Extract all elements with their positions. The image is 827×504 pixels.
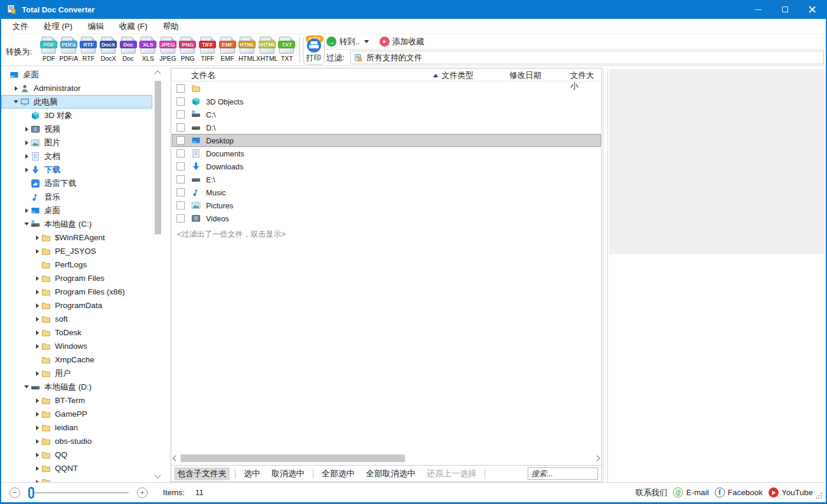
checkbox[interactable]	[176, 136, 185, 145]
format-button-xhtml[interactable]: XHTMLXHTML	[257, 37, 277, 62]
filtered-files-note[interactable]: <过滤出了一些文件，双击显示>	[177, 229, 601, 240]
goto-button[interactable]: 转到..	[326, 37, 369, 47]
sidebar-item-item[interactable]: 音乐	[1, 190, 152, 204]
sidebar-item-todesk[interactable]: ToDesk	[1, 326, 152, 339]
format-button-docx[interactable]: DocXDocX	[99, 37, 119, 62]
sidebar-item-item[interactable]: 桌面	[1, 204, 152, 217]
zoom-in-button[interactable]: +	[137, 487, 148, 498]
include-subfolders-button[interactable]: 包含子文件夹	[174, 467, 230, 480]
sidebar-item-perflogs[interactable]: PerfLogs	[1, 258, 152, 271]
sidebar-item-item[interactable]: 文档	[1, 149, 152, 163]
checkbox[interactable]	[176, 214, 185, 222]
format-button-rtf[interactable]: RTFRTF	[79, 37, 99, 62]
resize-grip[interactable]	[816, 493, 823, 500]
sidebar-item-soft[interactable]: soft	[1, 312, 152, 326]
file-row-downloads[interactable]: Downloads	[172, 160, 601, 173]
horizontal-scrollbar[interactable]	[172, 454, 600, 463]
checkbox[interactable]	[176, 162, 185, 171]
checkbox[interactable]	[176, 123, 185, 132]
tree-expand-arrow-icon[interactable]	[33, 290, 41, 294]
format-button-png[interactable]: PNGPNG	[178, 37, 198, 62]
file-row-e[interactable]: E:\	[172, 173, 601, 186]
sidebar-item-d[interactable]: 本地磁盘 (D:)	[1, 380, 152, 394]
tree-expand-arrow-icon[interactable]	[22, 168, 31, 172]
file-row-music[interactable]: Music	[172, 186, 601, 199]
column-header-filetype[interactable]: 文件类型	[442, 70, 473, 81]
sidebar-item-item[interactable]: 图片	[1, 136, 152, 149]
sidebar-item-pe-jsyos[interactable]: PE_JSYOS	[1, 244, 152, 258]
file-row-videos[interactable]: Videos	[172, 212, 601, 225]
file-row-documents[interactable]: Documents	[172, 147, 601, 160]
format-button-html[interactable]: HTMLHTML	[237, 37, 257, 62]
tree-expand-arrow-icon[interactable]	[33, 330, 41, 335]
file-row-c[interactable]: C:\	[172, 108, 601, 121]
menu-favorites[interactable]: 收藏 (F)	[112, 19, 155, 34]
zoom-slider-track[interactable]	[34, 492, 129, 493]
youtube-link[interactable]: YouTube	[769, 487, 813, 498]
tree-collapse-arrow-icon[interactable]	[12, 100, 20, 103]
restore-selection-button[interactable]: 还原上一选择	[424, 467, 479, 480]
tree-expand-arrow-icon[interactable]	[22, 154, 31, 159]
tree-expand-arrow-icon[interactable]	[33, 426, 41, 430]
tree-expand-arrow-icon[interactable]	[22, 127, 31, 132]
format-button-pdf-a[interactable]: PDFaPDF/A	[59, 37, 79, 62]
close-button[interactable]	[799, 0, 826, 19]
tree-collapse-arrow-icon[interactable]	[22, 385, 31, 388]
zoom-slider-thumb[interactable]	[28, 487, 34, 499]
sidebar-item-winreagent[interactable]: $WinREAgent	[1, 231, 152, 244]
check-all-button[interactable]: 全部选中	[319, 467, 358, 480]
tree-expand-arrow-icon[interactable]	[33, 235, 41, 240]
tree-expand-arrow-icon[interactable]	[33, 344, 41, 349]
format-button-xls[interactable]: XLSXLS	[138, 37, 158, 62]
sidebar-item-qq[interactable]: QQ	[1, 448, 152, 462]
sidebar-item-item[interactable]: 桌面	[1, 68, 152, 81]
print-button[interactable]: PRO 打印	[303, 36, 325, 65]
horizontal-scrollbar-thumb[interactable]	[181, 454, 405, 462]
tree-scrollbar-thumb[interactable]	[155, 81, 161, 234]
checkbox[interactable]	[176, 188, 185, 197]
file-row-pictures[interactable]: Pictures	[172, 199, 601, 212]
tree-scrollbar[interactable]	[153, 68, 162, 482]
menu-file[interactable]: 文件	[5, 19, 36, 34]
tree-expand-arrow-icon[interactable]	[33, 412, 41, 417]
scroll-up-icon[interactable]	[154, 70, 161, 77]
menu-process[interactable]: 处理 (P)	[36, 19, 80, 34]
menu-edit[interactable]: 编辑	[80, 19, 112, 34]
minimize-button[interactable]	[744, 0, 772, 19]
format-button-txt[interactable]: TXTTXT	[277, 37, 297, 62]
format-button-emf[interactable]: EMFEMF	[217, 37, 237, 62]
tree-expand-arrow-icon[interactable]	[33, 453, 41, 457]
column-header-filename[interactable]: 文件名	[191, 70, 215, 81]
checkbox[interactable]	[176, 149, 185, 158]
tree-expand-arrow-icon[interactable]	[33, 466, 41, 471]
contact-us-label[interactable]: 联系我们	[635, 487, 667, 498]
sidebar-item-3d[interactable]: 3D 对象	[1, 109, 152, 122]
column-header-modified[interactable]: 修改日期	[509, 70, 541, 81]
sidebar-item-item[interactable]: 用户	[1, 366, 152, 380]
sidebar-item-administrator[interactable]: Administrator	[1, 81, 152, 95]
add-favorite-button[interactable]: 添加收藏	[380, 37, 424, 47]
tree-expand-arrow-icon[interactable]	[22, 140, 31, 145]
checkbox[interactable]	[176, 84, 185, 93]
checkbox[interactable]	[176, 201, 185, 210]
checkbox[interactable]	[176, 175, 185, 184]
uncheck-all-button[interactable]: 全部取消选中	[363, 467, 419, 480]
check-button[interactable]: 选中	[241, 467, 263, 480]
sort-ascending-icon[interactable]	[433, 74, 438, 77]
filter-select[interactable]: 所有支持的文件	[350, 51, 824, 64]
sidebar-item-programdata[interactable]: ProgramData	[1, 299, 152, 312]
format-button-jpeg[interactable]: JPEGJPEG	[158, 37, 178, 62]
tree-expand-arrow-icon[interactable]	[33, 317, 41, 322]
file-row-unnamed-folder[interactable]	[172, 82, 601, 95]
sidebar-item-qqnt[interactable]: QQNT	[1, 462, 152, 475]
sidebar-item-leidian[interactable]: leidian	[1, 421, 152, 434]
checkbox[interactable]	[176, 97, 185, 106]
sidebar-item-program-files[interactable]: Program Files	[1, 271, 152, 285]
sidebar-item-obs-studio[interactable]: obs-studio	[1, 434, 152, 448]
tree-collapse-arrow-icon[interactable]	[22, 222, 31, 225]
search-input[interactable]	[528, 467, 598, 480]
tree-expand-arrow-icon[interactable]	[33, 303, 41, 308]
email-link[interactable]: E-mail	[673, 487, 708, 498]
checkbox[interactable]	[176, 110, 185, 119]
tree-expand-arrow-icon[interactable]	[33, 371, 41, 376]
